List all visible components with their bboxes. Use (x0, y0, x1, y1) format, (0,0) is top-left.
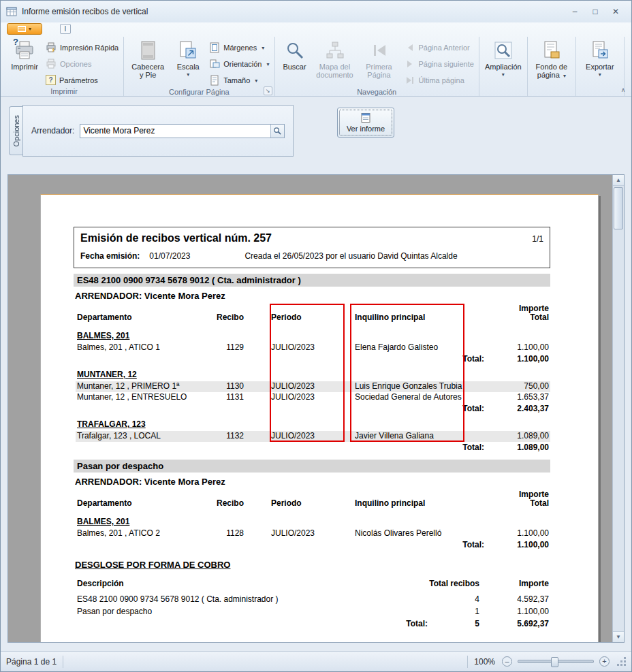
group-total-row: Total: 1.089,00 (76, 442, 550, 453)
cabecera-pie-button[interactable]: Cabecera y Pie (127, 37, 169, 84)
arrendador-input[interactable] (80, 126, 270, 135)
ampliacion-button[interactable]: Ampliación ▾ (482, 37, 524, 84)
zoom-icon (492, 39, 514, 61)
primera-pagina-button[interactable]: Primera Página (358, 37, 400, 84)
document-map-icon (324, 39, 346, 61)
buscar-button[interactable]: Buscar (278, 37, 312, 84)
options-panel: Opciones Arrendador: Ver informe (1, 97, 631, 165)
statusbar-separator (63, 656, 63, 668)
scrollbar-thumb[interactable] (614, 187, 623, 229)
collapse-ribbon-button[interactable]: ∧ (618, 85, 629, 95)
maximize-button[interactable]: □ (586, 5, 604, 18)
escala-button[interactable]: Escala ▾ (171, 37, 205, 84)
parameters-icon: ? (46, 75, 56, 85)
group-name: TRAFALGAR, 123 (77, 419, 550, 429)
arrendador-line: ARRENDADOR: Vicente Mora Perez (75, 477, 550, 487)
group-caption-navegacion: Navegación (278, 86, 476, 97)
pagina-anterior-button[interactable]: Página Anterior (402, 42, 476, 54)
scroll-down-button[interactable]: ▼ (613, 631, 624, 642)
desglose-total-row: Total: 5 5.692,37 (76, 618, 550, 629)
search-icon (284, 39, 306, 61)
resize-grip[interactable] (616, 656, 627, 667)
statusbar-separator (467, 656, 468, 668)
despacho-band: Pasan por despacho (74, 460, 550, 473)
imprimir-button[interactable]: ? Imprimir (7, 37, 42, 84)
print-options-icon (46, 59, 57, 69)
margins-icon (209, 42, 220, 53)
printer-icon: ? (14, 39, 35, 61)
question-badge-icon: ? (13, 37, 18, 47)
zoom-slider[interactable] (518, 660, 594, 663)
app-window: { "window": { "title": "Informe emisión … (0, 0, 632, 672)
chevron-down-icon: ▾ (29, 27, 31, 32)
last-page-icon (405, 75, 415, 86)
ultima-pagina-button[interactable]: Última página (402, 74, 476, 86)
ribbon-group-configurar-pagina: Cabecera y Pie Escala ▾ Márgenes (124, 37, 274, 96)
application-menu-button[interactable]: ▾ (7, 23, 42, 35)
orientacion-button[interactable]: Orientación ▾ (207, 58, 271, 70)
mapa-documento-button[interactable]: Mapa del documento (314, 37, 356, 84)
pagina-siguiente-button[interactable]: Página siguiente (402, 58, 476, 70)
report-page-number: 1/1 (532, 234, 543, 244)
search-icon (273, 127, 282, 135)
arrendador-lookup-button[interactable] (270, 125, 284, 138)
table-header-row: Departamento Recibo Periodo Inquilino pr… (76, 490, 550, 509)
window-controls: – □ ✕ (566, 5, 625, 18)
chevron-down-icon: ▾ (502, 72, 505, 77)
group-name: BALMES, 201 (77, 517, 550, 526)
zoom-in-button[interactable]: + (599, 656, 610, 667)
arrendador-group: Arrendador: (22, 105, 294, 157)
ribbon-groups: ? Imprimir Impresión Rápida (1, 35, 631, 96)
ver-informe-button[interactable]: Ver informe (337, 108, 394, 138)
previous-page-icon (405, 42, 415, 53)
navegacion-small-buttons: Página Anterior Página siguiente Última … (402, 37, 476, 86)
arrendador-label: Arrendador: (31, 126, 74, 135)
scrollbar-track[interactable] (613, 186, 624, 631)
group-total-row: Total: 1.100,00 (76, 539, 550, 550)
ribbon-group-imprimir: ? Imprimir Impresión Rápida (5, 37, 124, 96)
close-button[interactable]: ✕ (607, 5, 625, 18)
group-caption-ampliacion (482, 85, 524, 96)
zoom-out-button[interactable]: – (502, 656, 512, 667)
receipts-table-despacho: Departamento Recibo Periodo Inquilino pr… (76, 490, 550, 550)
chevron-down-icon: ▾ (255, 78, 257, 84)
quick-print-icon (46, 42, 57, 53)
grip-dots-icon (624, 664, 626, 666)
orientation-icon (209, 59, 220, 69)
report-page: Emisión de recibos vertical núm. 257 1/1… (40, 194, 599, 643)
ribbon-group-fondo: Fondo de página ▾ (528, 37, 576, 96)
vertical-scrollbar[interactable]: ▲ ▼ (612, 175, 624, 642)
first-page-icon (368, 39, 390, 61)
account-band: ES48 2100 0900 9734 5678 9012 ( Cta. adm… (74, 274, 550, 287)
scroll-up-button[interactable]: ▲ (613, 175, 624, 186)
page-indicator: Página 1 de 1 (6, 657, 57, 667)
quick-access-item[interactable]: I (60, 24, 71, 34)
header-footer-icon (137, 39, 159, 61)
tamano-button[interactable]: Tamaño ▾ (207, 74, 271, 86)
margenes-button[interactable]: Márgenes ▾ (207, 42, 271, 54)
opciones-button[interactable]: Opciones (44, 58, 121, 70)
report-title: Emisión de recibos vertical núm. 257 (80, 232, 272, 244)
parametros-button[interactable]: ? Parámetros (44, 74, 121, 86)
zoom-level: 100% (474, 657, 495, 667)
title-bar: Informe emisión recibos de vertical – □ … (1, 1, 631, 22)
zoom-controls: 100% – + (461, 656, 627, 668)
chevron-down-icon: ▾ (262, 45, 264, 51)
table-row: Muntaner, 12 , ENTRESUELO 1131 JULIO/202… (76, 392, 550, 403)
desglose-row: ES48 2100 0900 9734 5678 9012 ( Cta. adm… (76, 592, 550, 605)
exportar-button[interactable]: Exportar ▾ (579, 37, 621, 84)
receipts-table: Departamento Recibo Periodo Inquilino pr… (76, 304, 550, 453)
page-size-icon (209, 75, 220, 86)
scale-icon (177, 39, 199, 61)
desglose-row: Pasan por despacho 1 1.100,00 (76, 605, 550, 617)
minimize-button[interactable]: – (566, 5, 584, 18)
zoom-slider-thumb[interactable] (551, 657, 558, 667)
dialog-launcher-button[interactable]: ↘ (264, 86, 272, 95)
tab-opciones[interactable]: Opciones (9, 106, 22, 155)
table-row: Balmes, 201 , ATICO 1 1129 JULIO/2023 El… (76, 342, 550, 353)
report-header-box: Emisión de recibos vertical núm. 257 1/1… (74, 227, 550, 268)
fondo-pagina-button[interactable]: Fondo de página ▾ (531, 37, 573, 84)
impresion-rapida-button[interactable]: Impresión Rápida (44, 42, 121, 54)
chevron-down-icon: ▾ (563, 73, 566, 79)
ribbon-group-ampliacion: Ampliación ▾ (479, 37, 528, 96)
